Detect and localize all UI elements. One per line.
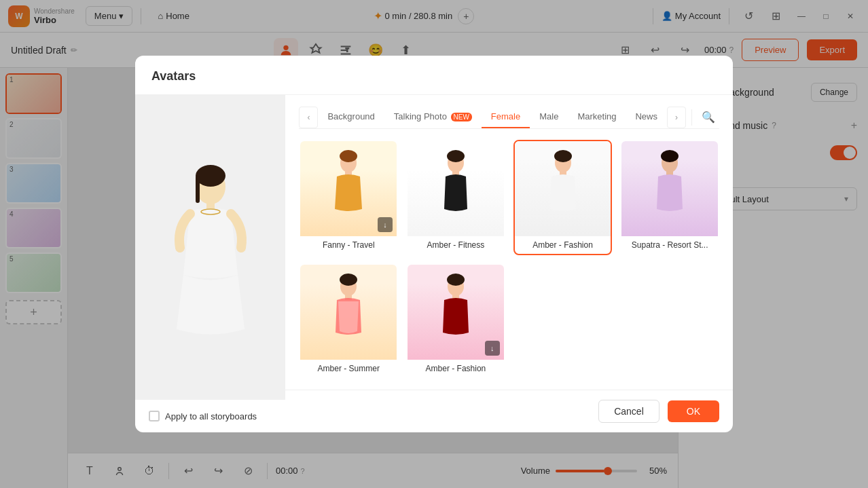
modal-overlay: Avatars: [0, 0, 868, 488]
avatar-name: Fanny - Travel: [300, 236, 397, 254]
cancel-button[interactable]: Cancel: [598, 400, 659, 423]
svg-point-24: [447, 274, 465, 286]
modal-footer: Cancel OK: [285, 390, 733, 432]
avatar-card[interactable]: Amber - Fitness: [406, 140, 505, 255]
modal-title: Avatars: [151, 69, 196, 83]
avatar-card[interactable]: ↓ Fanny - Travel: [299, 140, 398, 255]
avatar-name: Amber - Fashion: [408, 360, 504, 377]
avatar-figure: [325, 148, 372, 229]
tab-marketing[interactable]: Marketing: [568, 106, 626, 128]
avatar-figure: [432, 148, 480, 229]
avatar-card-selected[interactable]: Amber - Fashion: [513, 140, 613, 255]
avatars-modal: Avatars: [135, 56, 733, 432]
modal-preview-panel: Apply to all storyboards: [135, 95, 285, 432]
tab-next-button[interactable]: ›: [667, 107, 686, 128]
avatar-figure: [432, 271, 480, 353]
avatar-thumbnail: ↓: [408, 265, 504, 360]
download-icon: ↓: [485, 341, 500, 356]
svg-point-21: [340, 274, 357, 286]
tab-news[interactable]: News: [626, 106, 667, 128]
tab-divider: [691, 109, 692, 126]
avatar-name: Amber - Summer: [300, 360, 397, 377]
avatar-preview-image: [156, 153, 265, 343]
apply-to-all-checkbox[interactable]: [149, 411, 160, 421]
avatar-thumbnail: [621, 141, 718, 236]
modal-header: Avatars: [135, 56, 733, 95]
avatars-grid: ↓ Fanny - Travel: [299, 140, 719, 379]
avatar-figure: [646, 148, 693, 229]
tab-background[interactable]: Background: [318, 106, 384, 128]
avatar-thumbnail: ↓: [300, 141, 397, 236]
avatar-thumbnail: [300, 265, 397, 360]
tab-male[interactable]: Male: [530, 106, 568, 128]
avatar-tabs: ‹ Background Talking Photo NEW Female Ma…: [299, 106, 719, 129]
tab-prev-button[interactable]: ‹: [299, 107, 318, 128]
avatar-figure: [325, 271, 372, 353]
modal-content: ‹ Background Talking Photo NEW Female Ma…: [285, 95, 733, 390]
svg-rect-5: [196, 176, 200, 203]
svg-point-18: [661, 150, 679, 162]
svg-point-4: [196, 165, 225, 187]
apply-to-all-label: Apply to all storyboards: [165, 411, 257, 421]
avatar-thumbnail: [408, 141, 504, 236]
download-icon: ↓: [378, 217, 393, 232]
tab-female[interactable]: Female: [482, 106, 530, 128]
avatar-name: Amber - Fitness: [408, 236, 504, 254]
modal-body: Apply to all storyboards ‹ Background Ta…: [135, 95, 733, 432]
avatar-card[interactable]: Amber - Summer: [299, 263, 398, 379]
avatar-figure: [539, 148, 587, 229]
avatar-preview-area: [135, 95, 285, 400]
avatar-card[interactable]: ↓ Amber - Fashion: [406, 263, 505, 379]
avatar-name: Supatra - Resort St...: [621, 236, 718, 254]
ok-button[interactable]: OK: [668, 400, 719, 422]
tab-talking-photo[interactable]: Talking Photo NEW: [384, 106, 482, 128]
new-badge: NEW: [451, 113, 472, 121]
search-button[interactable]: 🔍: [698, 107, 719, 128]
svg-point-15: [554, 150, 572, 162]
modal-content-panel: ‹ Background Talking Photo NEW Female Ma…: [285, 95, 733, 432]
svg-point-9: [340, 150, 357, 162]
avatar-thumbnail: [515, 141, 611, 236]
avatar-name: Amber - Fashion: [515, 236, 611, 254]
avatar-card[interactable]: Supatra - Resort St...: [620, 140, 719, 255]
apply-to-all-row: Apply to all storyboards: [135, 400, 285, 432]
svg-point-12: [447, 150, 465, 162]
